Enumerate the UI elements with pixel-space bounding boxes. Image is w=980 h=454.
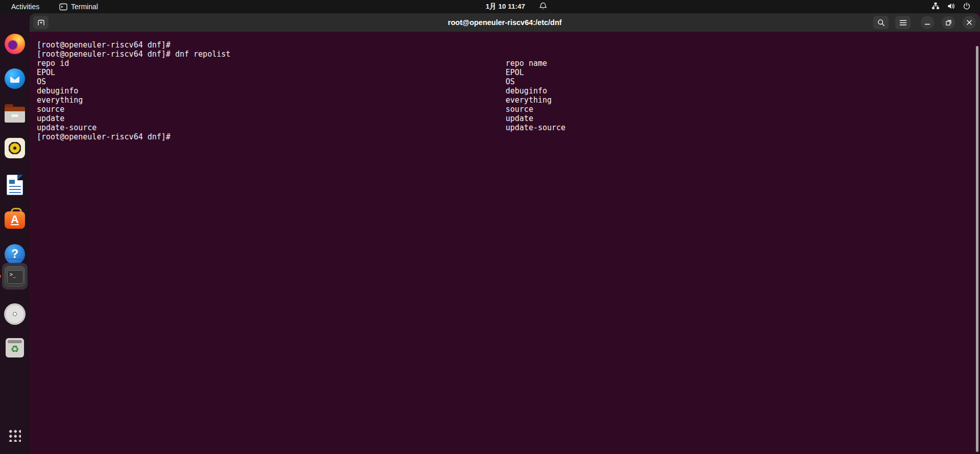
dock-item-disc[interactable] [4, 303, 26, 325]
terminal-line: [root@openeuler-riscv64 dnf]# [37, 40, 980, 50]
command-text: dnf repolist [175, 50, 230, 59]
dock-item-files[interactable] [4, 103, 26, 126]
repo-row: sourcesource [37, 105, 980, 114]
show-apps-button[interactable] [4, 424, 26, 447]
system-status-area[interactable] [931, 0, 971, 13]
dock-item-trash[interactable] [4, 337, 26, 359]
terminal-scrollbar[interactable] [976, 46, 978, 452]
repo-row: updateupdate [37, 114, 980, 123]
dock-item-writer[interactable] [4, 174, 26, 196]
terminal-command-line: [root@openeuler-riscv64 dnf]#dnf repolis… [37, 50, 980, 59]
restore-button[interactable] [942, 16, 955, 29]
trash-icon [6, 338, 24, 357]
dock-item-firefox[interactable] [4, 33, 26, 55]
help-icon [5, 244, 25, 265]
terminal-icon [5, 266, 25, 286]
dock-item-help[interactable] [4, 243, 26, 266]
running-indicator-dot [0, 275, 1, 278]
power-icon [963, 2, 971, 12]
repo-row: everythingeverything [37, 95, 980, 105]
hamburger-menu-button[interactable] [895, 16, 911, 29]
focused-app-menu[interactable]: Terminal [59, 0, 98, 13]
top-bar: Activities Terminal 1月 10 11:47 [0, 0, 980, 13]
activities-button[interactable]: Activities [9, 0, 41, 13]
close-button[interactable] [963, 16, 976, 29]
dock-item-terminal[interactable] [2, 263, 28, 290]
app-grid-icon [9, 429, 21, 442]
search-button[interactable] [873, 16, 889, 29]
volume-icon [947, 2, 955, 12]
network-icon [931, 2, 940, 11]
firefox-icon [5, 34, 25, 54]
terminal-content[interactable]: [root@openeuler-riscv64 dnf]# [root@open… [30, 32, 980, 454]
dock-item-app-center[interactable] [4, 207, 26, 230]
rhythmbox-speaker-icon [5, 138, 25, 158]
repo-row: update-sourceupdate-source [37, 123, 980, 132]
terminal-prompt-line: [root@openeuler-riscv64 dnf]# [37, 132, 980, 141]
dock-item-thunderbird[interactable] [4, 67, 26, 90]
terminal-app-icon [59, 3, 67, 11]
notification-bell-icon[interactable] [539, 2, 547, 12]
clock[interactable]: 1月 10 11:47 [486, 0, 525, 13]
files-folder-icon [5, 107, 25, 123]
dock [0, 13, 30, 454]
focused-app-label: Terminal [71, 0, 98, 13]
thunderbird-icon [5, 68, 25, 89]
disc-icon [4, 303, 26, 325]
dock-divider [6, 259, 24, 259]
repo-row: debuginfodebuginfo [37, 86, 980, 95]
app-center-icon [5, 211, 25, 229]
repo-row: OSOS [37, 77, 980, 86]
repolist-header-row: repo idrepo name [37, 59, 980, 68]
terminal-headerbar[interactable]: root@openeuler-riscv64:/etc/dnf [30, 13, 980, 32]
dock-item-rhythmbox[interactable] [4, 137, 26, 159]
minimize-button[interactable] [921, 16, 934, 29]
libreoffice-writer-icon [7, 175, 23, 195]
repo-row: EPOLEPOL [37, 68, 980, 77]
terminal-window: root@openeuler-riscv64:/etc/dnf [root@op… [30, 13, 980, 454]
window-title: root@openeuler-riscv64:/etc/dnf [30, 13, 980, 32]
